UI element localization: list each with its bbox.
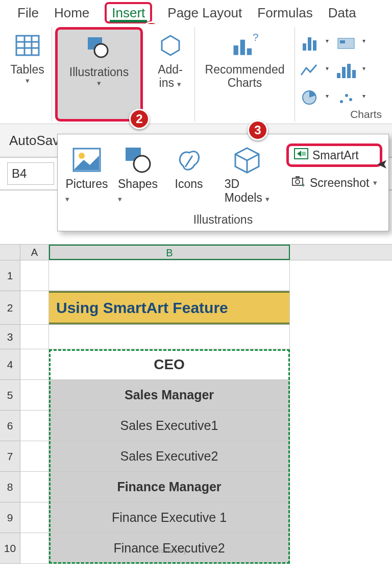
- svg-line-22: [185, 156, 192, 167]
- row-header-3[interactable]: 3: [0, 325, 20, 349]
- column-header-A[interactable]: A: [20, 245, 49, 260]
- svg-point-6: [94, 44, 108, 57]
- icons-icon: [172, 142, 206, 177]
- cell-B4[interactable]: CEO: [49, 349, 290, 380]
- select-all-corner[interactable]: [0, 245, 20, 260]
- group-addins[interactable]: Add-ins ▾: [146, 27, 195, 122]
- group-tables-label: Tables: [10, 63, 44, 76]
- chevron-down-icon: ▾: [26, 76, 30, 85]
- row-header-9[interactable]: 9: [0, 502, 20, 533]
- cell-A10[interactable]: [20, 533, 49, 564]
- row-header-7[interactable]: 7: [0, 441, 20, 472]
- row-header-4[interactable]: 4: [0, 349, 20, 380]
- 3d-models-button[interactable]: 3DModels ▾: [218, 140, 276, 207]
- cell-B2[interactable]: Using SmartArt Feature: [49, 291, 290, 325]
- svg-text:+: +: [302, 182, 305, 187]
- cell-A6[interactable]: [20, 411, 49, 441]
- group-illustrations-label: Illustrations: [69, 65, 129, 79]
- recommended-charts-icon: ?: [230, 30, 260, 61]
- chart-type-pie-button[interactable]: ▾: [297, 85, 322, 106]
- active-tab-indicator: [110, 20, 147, 22]
- name-box[interactable]: B4: [7, 162, 54, 185]
- svg-rect-0: [16, 36, 39, 55]
- svg-text:?: ?: [253, 31, 258, 43]
- tab-insert[interactable]: Insert 1: [102, 4, 155, 22]
- tab-page-layout[interactable]: Page Layout: [164, 4, 245, 22]
- tab-insert-label: Insert: [112, 5, 145, 20]
- tables-icon: [12, 30, 43, 61]
- chart-type-column-button[interactable]: ▾: [297, 30, 322, 51]
- cell-B9[interactable]: Finance Executive 1: [49, 502, 290, 533]
- popup-group-title: Illustrations: [65, 213, 381, 227]
- cell-B6[interactable]: Sales Executive1: [49, 411, 290, 441]
- 3d-models-icon: [230, 142, 264, 177]
- cell-A9[interactable]: [20, 502, 49, 533]
- svg-rect-9: [240, 40, 244, 55]
- screenshot-icon: +: [291, 175, 306, 190]
- cell-B7[interactable]: Sales Executive2: [49, 441, 290, 472]
- smartart-button[interactable]: SmartArt: [286, 143, 382, 167]
- worksheet: A B 1 2 Using SmartArt Feature 3 4 CEO 5: [0, 244, 392, 564]
- svg-marker-7: [162, 36, 179, 55]
- shapes-icon: [120, 142, 155, 177]
- addins-icon: [155, 30, 186, 61]
- svg-point-16: [345, 94, 348, 97]
- svg-point-15: [340, 100, 343, 103]
- group-charts: ▾ ▾ ▾ ▾ ▾ ▾ Charts: [295, 27, 389, 122]
- cell-A4[interactable]: [20, 349, 49, 380]
- ribbon: Tables ▾ Illustrations ▾ 2 Add-ins ▾ ? R…: [0, 24, 392, 124]
- cell-A3[interactable]: [20, 325, 49, 349]
- cursor-icon: ➤: [377, 156, 388, 172]
- tab-home[interactable]: Home: [51, 4, 92, 22]
- watermark: exceldemy: [153, 547, 187, 555]
- shapes-button[interactable]: Shapes▾: [116, 140, 160, 207]
- group-addins-label: Add-ins ▾: [158, 63, 183, 90]
- group-recommended-charts[interactable]: ? RecommendedCharts: [195, 27, 295, 122]
- callout-badge-3: 3: [248, 120, 268, 140]
- svg-rect-10: [247, 49, 251, 55]
- title-text: Using SmartArt Feature: [49, 291, 289, 324]
- column-headers: A B: [0, 244, 392, 260]
- svg-point-19: [79, 153, 85, 159]
- chart-type-scatter-button[interactable]: ▾: [334, 85, 358, 106]
- tab-file[interactable]: File: [14, 4, 42, 22]
- row-header-1[interactable]: 1: [0, 260, 20, 291]
- group-charts-label: Charts: [350, 108, 382, 121]
- svg-rect-30: [296, 176, 300, 179]
- chart-type-line-button[interactable]: ▾: [297, 58, 322, 78]
- smartart-icon: [294, 148, 308, 162]
- chart-type-map-button[interactable]: ▾: [334, 30, 358, 51]
- row-header-2[interactable]: 2: [0, 291, 20, 325]
- ribbon-tabs: File Home Insert 1 Page Layout Formulas …: [0, 0, 392, 24]
- row-header-8[interactable]: 8: [0, 472, 20, 502]
- cell-A5[interactable]: [20, 380, 49, 411]
- cell-A8[interactable]: [20, 472, 49, 502]
- row-header-6[interactable]: 6: [0, 411, 20, 441]
- icons-button[interactable]: Icons: [167, 140, 211, 193]
- tab-data[interactable]: Data: [325, 4, 359, 22]
- cell-A2[interactable]: [20, 291, 49, 325]
- column-header-B[interactable]: B: [49, 245, 290, 260]
- svg-rect-27: [302, 152, 306, 156]
- cell-B3[interactable]: [49, 325, 290, 349]
- group-tables[interactable]: Tables ▾: [3, 27, 52, 122]
- group-recommended-label: RecommendedCharts: [205, 63, 285, 90]
- svg-point-21: [134, 156, 150, 172]
- cell-B8[interactable]: Finance Manager: [49, 472, 290, 502]
- group-illustrations[interactable]: Illustrations ▾ 2: [55, 27, 143, 122]
- row-header-5[interactable]: 5: [0, 380, 20, 411]
- row-header-10[interactable]: 10: [0, 533, 20, 564]
- svg-rect-8: [233, 45, 238, 55]
- chart-type-histogram-button[interactable]: ▾: [334, 58, 358, 78]
- pictures-button[interactable]: Pictures▾: [65, 140, 109, 207]
- illustrations-dropdown-panel: 3 Pictures▾ Shapes▾ Icons 3DModels ▾: [57, 134, 389, 231]
- cell-B1[interactable]: [49, 260, 290, 291]
- cell-B5[interactable]: Sales Manager: [49, 380, 290, 411]
- svg-rect-13: [340, 40, 345, 43]
- svg-point-17: [349, 98, 352, 101]
- screenshot-button[interactable]: + Screenshot ▾: [286, 173, 382, 193]
- tab-formulas[interactable]: Formulas: [254, 4, 315, 22]
- cell-A7[interactable]: [20, 441, 49, 472]
- illustrations-icon: [84, 33, 114, 63]
- cell-A1[interactable]: [20, 260, 49, 291]
